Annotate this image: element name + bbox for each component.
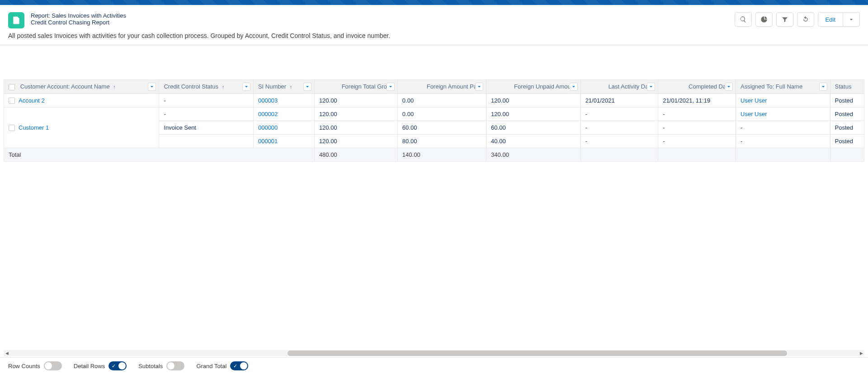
scroll-left-arrow[interactable]: ◀	[4, 350, 10, 356]
column-menu-button[interactable]	[725, 83, 733, 91]
col-label: Foreign Unpaid Amount	[514, 83, 576, 90]
col-si-number[interactable]: SI Number ↑	[253, 80, 314, 94]
si-link[interactable]: 000003	[258, 97, 278, 104]
total-label: Total	[4, 148, 315, 162]
assigned-link[interactable]: User User	[741, 97, 767, 104]
col-status[interactable]: Status	[830, 80, 864, 94]
pie-chart-icon	[760, 16, 768, 23]
col-credit-status[interactable]: Credit Control Status ↑	[159, 80, 254, 94]
column-menu-button[interactable]	[148, 83, 156, 91]
toggle-detail-rows: Detail Rows	[74, 361, 127, 370]
search-icon	[740, 16, 747, 23]
cell-last-activity: -	[580, 135, 658, 148]
col-unpaid[interactable]: Foreign Unpaid Amount	[486, 80, 581, 94]
filter-icon	[781, 16, 788, 23]
cell-completed: -	[658, 108, 736, 121]
column-menu-button[interactable]	[570, 83, 578, 91]
cell-assigned: User User	[736, 108, 830, 121]
column-menu-button[interactable]	[242, 83, 250, 91]
column-menu-button[interactable]	[387, 83, 395, 91]
col-completed[interactable]: Completed Date	[658, 80, 736, 94]
cell-account: Account 2	[4, 94, 159, 108]
scroll-right-arrow[interactable]: ▶	[858, 350, 864, 356]
row-checkbox[interactable]	[9, 98, 15, 104]
report-title: Credit Control Chasing Report	[31, 19, 735, 26]
si-link[interactable]: 000001	[258, 138, 278, 145]
switch-subtotals[interactable]	[166, 361, 184, 370]
report-table-scroll[interactable]: Customer Account: Account Name ↑ Credit …	[4, 79, 864, 162]
cell-si-number: 000003	[253, 94, 314, 108]
cell-account: Customer 1	[4, 108, 159, 148]
report-table: Customer Account: Account Name ↑ Credit …	[4, 79, 864, 162]
col-assigned[interactable]: Assigned To: Full Name	[736, 80, 830, 94]
toggle-subtotals: Subtotals	[138, 361, 184, 370]
assigned-link[interactable]: User User	[741, 111, 767, 117]
cell-unpaid: 60.00	[486, 121, 581, 135]
cell-last-activity: -	[580, 108, 658, 121]
cell-si-number: 000001	[253, 135, 314, 148]
si-link[interactable]: 000002	[258, 111, 278, 117]
report-overline: Report: Sales Invoices with Activities	[31, 12, 735, 19]
toggle-grand-total: Grand Total	[196, 361, 248, 370]
horizontal-scrollbar[interactable]: ◀ ▶	[4, 350, 864, 356]
row-checkbox[interactable]	[9, 125, 15, 131]
switch-grand-total[interactable]	[230, 361, 248, 370]
search-button[interactable]	[735, 12, 752, 27]
cell-unpaid: 120.00	[486, 108, 581, 121]
cell-credit-status: -	[159, 108, 254, 121]
col-gross[interactable]: Foreign Total Gross	[314, 80, 397, 94]
cell-assigned: -	[736, 135, 830, 148]
account-link[interactable]: Customer 1	[19, 124, 49, 131]
filter-button[interactable]	[776, 12, 793, 27]
cell-unpaid: 40.00	[486, 135, 581, 148]
cell-si-number: 000000	[253, 121, 314, 135]
col-label: SI Number	[258, 83, 286, 90]
col-label: Foreign Amount Paid	[427, 83, 481, 90]
edit-dropdown-button[interactable]	[843, 12, 860, 27]
column-menu-button[interactable]	[819, 83, 827, 91]
refresh-button[interactable]	[797, 12, 814, 27]
cell-paid: 60.00	[397, 121, 486, 135]
cell-completed: -	[658, 135, 736, 148]
account-link[interactable]: Account 2	[19, 97, 45, 104]
col-paid[interactable]: Foreign Amount Paid	[397, 80, 486, 94]
cell-unpaid: 120.00	[486, 94, 581, 108]
switch-detail-rows[interactable]	[108, 361, 127, 370]
cell-si-number: 000002	[253, 108, 314, 121]
cell-status: Posted	[830, 135, 864, 148]
cell-credit-status	[159, 135, 254, 148]
toggle-row-counts: Row Counts	[8, 361, 62, 370]
col-label: Customer Account: Account Name	[20, 83, 110, 90]
cell-completed: 21/01/2021, 11:19	[658, 94, 736, 108]
cell-gross: 120.00	[314, 94, 397, 108]
col-label: Status	[835, 83, 852, 90]
edit-button-group: Edit	[818, 12, 860, 27]
cell-assigned: User User	[736, 94, 830, 108]
col-label: Assigned To: Full Name	[741, 83, 802, 90]
table-header-row: Customer Account: Account Name ↑ Credit …	[4, 80, 864, 94]
column-menu-button[interactable]	[475, 83, 483, 91]
scrollbar-thumb[interactable]	[288, 351, 787, 356]
column-menu-button[interactable]	[647, 83, 655, 91]
cell-status: Posted	[830, 121, 864, 135]
col-last-activity[interactable]: Last Activity Date	[580, 80, 658, 94]
col-label: Foreign Total Gross	[342, 83, 393, 90]
cell-paid: 80.00	[397, 135, 486, 148]
cell-completed: -	[658, 121, 736, 135]
cell-paid: 0.00	[397, 108, 486, 121]
select-all-checkbox[interactable]	[9, 84, 15, 90]
toggle-label: Subtotals	[138, 363, 163, 369]
col-account[interactable]: Customer Account: Account Name ↑	[4, 80, 159, 94]
cell-assigned: -	[736, 121, 830, 135]
si-link[interactable]: 000000	[258, 124, 278, 131]
report-summary-spacer	[0, 45, 868, 79]
report-description: All posted sales Invoices with activitie…	[8, 32, 860, 39]
app-top-stripe	[0, 0, 868, 5]
col-label: Credit Control Status	[164, 83, 218, 90]
switch-row-counts[interactable]	[44, 361, 62, 370]
chart-button[interactable]	[755, 12, 773, 27]
cell-last-activity: -	[580, 121, 658, 135]
column-menu-button[interactable]	[303, 83, 311, 91]
edit-button[interactable]: Edit	[818, 12, 843, 27]
table-row: Account 2-000003120.000.00120.0021/01/20…	[4, 94, 864, 108]
